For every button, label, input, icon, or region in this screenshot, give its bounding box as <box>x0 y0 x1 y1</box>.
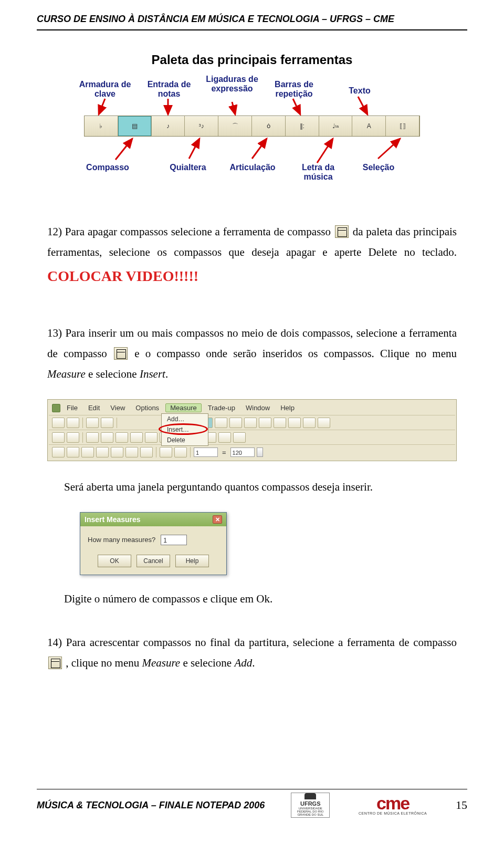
tool-entrada-notas: ♪ <box>152 116 185 136</box>
toolbar-row-3: 1 = 120 <box>49 445 455 460</box>
p14-mid: e selecione <box>180 657 234 669</box>
toolbar-icon[interactable] <box>52 418 65 428</box>
dd-delete[interactable]: Delete <box>162 435 208 445</box>
tool-texto: A <box>352 116 386 136</box>
menu-window[interactable]: Window <box>242 404 274 412</box>
toolbar-icon[interactable] <box>259 418 271 428</box>
menu-tradeup[interactable]: Trade-up <box>204 404 239 412</box>
svg-line-0 <box>99 99 105 115</box>
dialog-titlebar: Insert Measures ✕ <box>80 513 226 526</box>
toolbar-icon[interactable] <box>274 418 286 428</box>
toolbar-icon[interactable] <box>229 418 242 428</box>
toolbar-icon[interactable] <box>116 432 128 443</box>
toolbar-icon[interactable] <box>215 418 227 428</box>
dd-add[interactable]: Add… <box>162 414 208 424</box>
toolbar-icon[interactable] <box>101 432 113 443</box>
toolbar-icon[interactable] <box>67 418 79 428</box>
menu-measure[interactable]: Measure <box>165 403 202 412</box>
svg-line-6 <box>189 139 200 159</box>
label-articulacao: Articulação <box>224 163 281 172</box>
tool-barras-repeticao: ‖: <box>286 116 319 136</box>
dialog-title-text: Insert Measures <box>85 515 141 524</box>
toolbar-icon[interactable] <box>111 447 123 457</box>
label-compasso: Compasso <box>79 163 136 172</box>
p14-lead: 14) Para acrescentar compassos no final … <box>47 636 457 649</box>
menu-edit[interactable]: Edit <box>84 404 104 412</box>
ufrgs-logo-text: UFRGS <box>300 800 321 807</box>
menu-help[interactable]: Help <box>276 404 299 412</box>
compasso-tool-icon <box>114 347 128 360</box>
cme-logo: cme CENTRO DE MÚSICA ELETRÔNICA <box>356 793 429 818</box>
p14-measure: Measure <box>142 657 180 669</box>
toolbar-icon[interactable] <box>130 432 143 443</box>
equals-sign: = <box>220 449 228 456</box>
toolbar-icon[interactable] <box>160 447 172 457</box>
toolbar-icon[interactable] <box>52 447 65 457</box>
paragraph-14: 14) Para acrescentar compassos no final … <box>47 632 457 673</box>
toolbar-icon[interactable] <box>52 432 65 443</box>
menu-file[interactable]: File <box>62 404 82 412</box>
tool-ligaduras: ⌒ <box>218 116 252 136</box>
menu-options[interactable]: Options <box>131 404 163 412</box>
page-content: Paleta das principais ferramentas Armadu… <box>47 47 457 688</box>
label-armadura: Armadura de clave <box>79 80 131 98</box>
app-icon <box>52 404 60 412</box>
label-selecao: Seleção <box>355 163 402 172</box>
toolbar-icon[interactable] <box>101 418 113 428</box>
paragraph-13b: Será aberta uma janela perguntando quant… <box>47 477 457 497</box>
toolbar-icon[interactable] <box>218 432 231 443</box>
cme-logo-text: cme <box>376 795 409 811</box>
tempo-input-2[interactable]: 120 <box>230 447 255 457</box>
page-number: 15 <box>456 798 467 812</box>
toolbar-icon[interactable] <box>145 432 158 443</box>
stepper-icon[interactable] <box>257 447 263 457</box>
toolbar-icon[interactable] <box>125 447 138 457</box>
toolbar-icon[interactable] <box>86 432 99 443</box>
toolbar-icon[interactable] <box>81 447 94 457</box>
toolbar-diagram: Armadura de clave Entrada de notas Ligad… <box>84 75 420 201</box>
toolbar-icon[interactable] <box>233 432 246 443</box>
toolbar-icon[interactable] <box>244 418 257 428</box>
p13-mid: e selecione <box>86 368 140 380</box>
tempo-input-1[interactable]: 1 <box>194 447 218 457</box>
footer-rule <box>37 789 467 789</box>
p13-insert: Insert <box>140 368 165 380</box>
measures-input[interactable]: 1 <box>161 535 187 545</box>
svg-line-3 <box>293 99 300 115</box>
p14-end: . <box>252 657 255 669</box>
toolbar-icon[interactable] <box>303 418 316 428</box>
tool-armadura: ♭ <box>85 116 118 136</box>
close-icon[interactable]: ✕ <box>213 515 222 524</box>
toolbar-icon[interactable] <box>288 418 301 428</box>
cancel-button[interactable]: Cancel <box>136 555 170 567</box>
ufrgs-logo-sub: UNIVERSIDADE FEDERAL DO RIO GRANDE DO SU… <box>291 807 329 816</box>
p12-lead: 12) Para apagar compassos selecione a fe… <box>47 225 334 238</box>
svg-line-8 <box>317 139 333 163</box>
ok-button[interactable]: OK <box>98 555 131 567</box>
paragraph-13c: Digite o número de compassos e clique em… <box>47 589 457 609</box>
toolbar-icon[interactable] <box>96 447 109 457</box>
menu-view[interactable]: View <box>106 404 129 412</box>
paragraph-13: 13) Para inserir um ou mais compassos no… <box>47 323 457 384</box>
toolbar-icon[interactable] <box>318 418 330 428</box>
p14-add: Add <box>234 657 252 669</box>
dd-insert[interactable]: Insert… <box>162 424 208 435</box>
compasso-tool-icon <box>48 657 62 669</box>
paragraph-12: 12) Para apagar compassos selecione a fe… <box>47 222 457 289</box>
header-rule <box>37 29 467 30</box>
toolbar-icon[interactable] <box>67 447 79 457</box>
measure-dropdown: Add… Insert… Delete <box>161 413 208 446</box>
toolbar-icon[interactable] <box>67 432 79 443</box>
label-quialtera: Quialtera <box>162 163 214 172</box>
toolbar-icon[interactable] <box>86 418 99 428</box>
svg-line-2 <box>232 102 235 115</box>
toolbar-icon[interactable] <box>140 447 153 457</box>
tool-letra: ♩la <box>319 116 353 136</box>
dialog-question: How many measures? <box>88 536 155 544</box>
page-header: CURSO DE ENSINO À DISTÂNCIA EM MÚSICA E … <box>37 14 394 25</box>
help-button[interactable]: Help <box>175 555 209 567</box>
svg-line-9 <box>378 139 400 159</box>
toolbar-icon[interactable] <box>174 447 187 457</box>
svg-line-7 <box>252 139 267 159</box>
menu-row: File Edit View Options Measure Trade-up … <box>49 401 455 415</box>
